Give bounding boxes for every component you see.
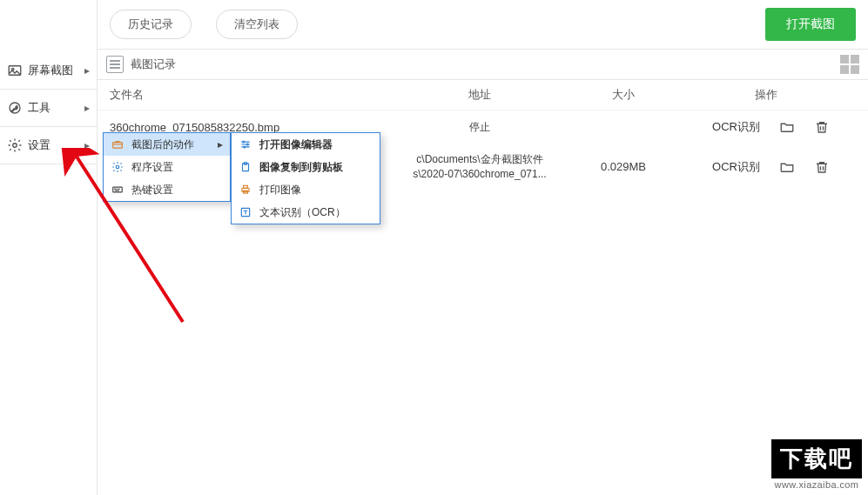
watermark: 下载吧 www.xiazaiba.com bbox=[771, 439, 862, 490]
table-header: 文件名 地址 大小 操作 bbox=[98, 80, 868, 110]
folder-open-icon[interactable] bbox=[779, 159, 795, 175]
svg-rect-18 bbox=[244, 185, 248, 188]
col-header-addr: 地址 bbox=[388, 87, 571, 103]
printer-icon bbox=[237, 184, 254, 196]
divider bbox=[0, 164, 97, 164]
ocr-button[interactable]: OCR识别 bbox=[712, 119, 760, 135]
sidebar-item-screenshot[interactable]: 屏幕截图 ▸ bbox=[0, 52, 97, 89]
sidebar-item-label: 屏幕截图 bbox=[28, 63, 84, 78]
svg-point-5 bbox=[116, 165, 119, 169]
list-icon bbox=[106, 56, 124, 73]
svg-rect-4 bbox=[113, 143, 123, 148]
gear-icon bbox=[109, 161, 126, 173]
svg-point-8 bbox=[117, 189, 118, 190]
settings-context-menu: 截图后的动作 ▸ 程序设置 热键设置 bbox=[103, 132, 231, 202]
trash-icon[interactable] bbox=[814, 119, 830, 135]
svg-point-14 bbox=[244, 146, 246, 148]
toolbox-icon bbox=[109, 138, 126, 151]
cell-addr: c\Documents\金舟截图软件 s\2020-07\360chrome_0… bbox=[388, 152, 571, 182]
topbar: 历史记录 清空列表 打开截图 bbox=[98, 0, 868, 49]
svg-point-10 bbox=[116, 191, 117, 191]
submenu-item-copy-clipboard[interactable]: 图像复制到剪贴板 bbox=[232, 156, 380, 178]
col-header-name: 文件名 bbox=[110, 87, 388, 103]
col-header-ops: 操作 bbox=[676, 87, 856, 103]
svg-point-13 bbox=[246, 144, 248, 145]
submenu-item-label: 图像复制到剪贴板 bbox=[259, 160, 373, 175]
svg-point-9 bbox=[118, 189, 119, 190]
cell-addr-line2: s\2020-07\360chrome_071... bbox=[388, 167, 571, 182]
grid-view-toggle[interactable] bbox=[840, 55, 859, 74]
post-capture-submenu: 打开图像编辑器 图像复制到剪贴板 打印图像 文本识别（OCR） bbox=[231, 132, 380, 224]
keyboard-icon bbox=[109, 184, 126, 196]
watermark-brand: 下载吧 bbox=[771, 439, 862, 478]
menu-item-label: 程序设置 bbox=[131, 160, 223, 175]
clipboard-icon bbox=[237, 161, 254, 173]
open-capture-button[interactable]: 打开截图 bbox=[765, 8, 856, 41]
cell-ops: OCR识别 bbox=[676, 159, 856, 175]
menu-item-post-capture-action[interactable]: 截图后的动作 ▸ bbox=[104, 133, 230, 156]
svg-point-11 bbox=[118, 191, 118, 191]
menu-item-program-settings[interactable]: 程序设置 bbox=[104, 156, 230, 178]
ocr-button[interactable]: OCR识别 bbox=[712, 159, 760, 175]
submenu-item-print[interactable]: 打印图像 bbox=[232, 178, 380, 201]
svg-point-12 bbox=[243, 141, 245, 143]
submenu-item-label: 打开图像编辑器 bbox=[259, 137, 373, 152]
submenu-item-ocr[interactable]: 文本识别（OCR） bbox=[232, 201, 380, 224]
svg-point-3 bbox=[13, 144, 17, 148]
folder-open-icon[interactable] bbox=[779, 119, 795, 135]
cell-addr-line1: c\Documents\金舟截图软件 bbox=[388, 152, 571, 167]
trash-icon[interactable] bbox=[814, 159, 830, 175]
chevron-right-icon: ▸ bbox=[218, 138, 223, 151]
panel-header: 截图记录 bbox=[98, 49, 868, 80]
menu-item-label: 截图后的动作 bbox=[131, 137, 218, 152]
sliders-icon bbox=[237, 138, 254, 151]
cell-ops: OCR识别 bbox=[676, 119, 856, 135]
submenu-item-label: 文本识别（OCR） bbox=[259, 205, 373, 220]
cell-size: 0.029MB bbox=[571, 160, 676, 173]
watermark-url: www.xiazaiba.com bbox=[771, 479, 862, 490]
main: 历史记录 清空列表 打开截图 截图记录 文件名 地址 大小 操作 360chro… bbox=[98, 0, 868, 495]
clear-list-button[interactable]: 清空列表 bbox=[216, 10, 298, 39]
sidebar-item-label: 工具 bbox=[28, 100, 84, 116]
history-button[interactable]: 历史记录 bbox=[110, 10, 192, 39]
sidebar-item-label: 设置 bbox=[28, 137, 84, 153]
text-t-icon bbox=[237, 206, 254, 218]
menu-item-label: 热键设置 bbox=[131, 183, 223, 197]
wrench-icon bbox=[7, 100, 23, 116]
panel-title: 截图记录 bbox=[131, 57, 840, 72]
sidebar-item-tools[interactable]: 工具 ▸ bbox=[0, 90, 97, 126]
cell-addr: 停止 bbox=[388, 120, 571, 135]
image-icon bbox=[7, 63, 23, 78]
menu-item-hotkey-settings[interactable]: 热键设置 bbox=[104, 178, 230, 201]
col-header-size: 大小 bbox=[571, 87, 676, 103]
sidebar: 屏幕截图 ▸ 工具 ▸ 设置 ▸ bbox=[0, 0, 98, 495]
gear-icon bbox=[7, 137, 23, 153]
svg-point-7 bbox=[115, 189, 116, 190]
chevron-right-icon: ▸ bbox=[84, 64, 90, 77]
submenu-item-label: 打印图像 bbox=[259, 183, 373, 197]
submenu-item-open-editor[interactable]: 打开图像编辑器 bbox=[232, 133, 380, 156]
sidebar-item-settings[interactable]: 设置 ▸ bbox=[0, 127, 97, 164]
chevron-right-icon: ▸ bbox=[84, 102, 90, 114]
chevron-right-icon: ▸ bbox=[84, 139, 90, 151]
